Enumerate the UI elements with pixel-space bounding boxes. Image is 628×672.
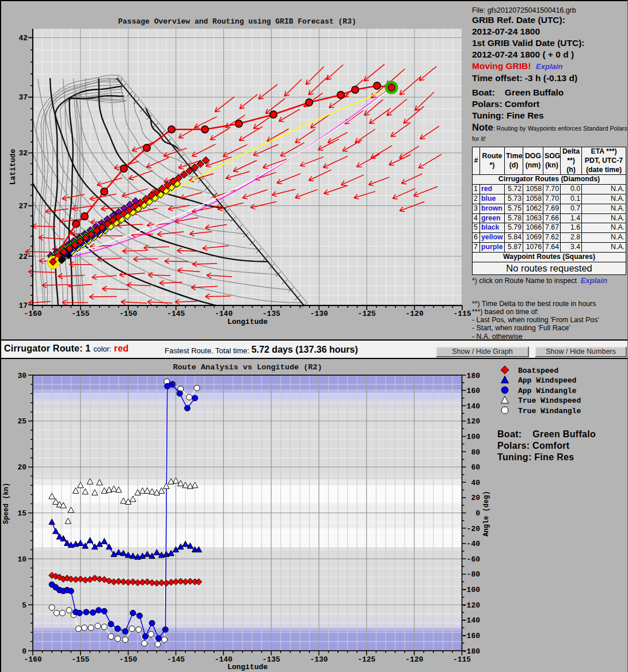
svg-text:-125: -125 [358,310,376,318]
svg-text:Route Analysis vs Longitude (R: Route Analysis vs Longitude (R2) [173,363,322,372]
svg-text:-140: -140 [215,310,233,318]
svg-text:-145: -145 [167,655,185,664]
svg-text:-135: -135 [262,310,280,318]
svg-text:160: 160 [467,387,481,395]
svg-text:-160: -160 [24,310,41,318]
svg-text:-150: -150 [119,655,137,664]
svg-text:-145: -145 [167,310,185,318]
svg-text:22: 22 [18,253,28,261]
svg-text:Angle (deg): Angle (deg) [482,491,490,536]
svg-text:-155: -155 [71,310,89,318]
svg-text:-180: -180 [462,647,480,656]
svg-text:180: 180 [467,372,481,380]
svg-text:-120: -120 [405,655,423,664]
svg-text:100: 100 [467,433,481,441]
svg-text:-115: -115 [453,310,471,318]
svg-text:0: 0 [22,647,26,656]
svg-text:-115: -115 [453,655,471,664]
svg-text:-120: -120 [462,601,480,610]
svg-text:-120: -120 [405,310,423,318]
svg-text:20: 20 [17,463,26,472]
svg-text:27: 27 [18,202,28,211]
svg-text:40: 40 [471,479,480,487]
svg-text:Latitude: Latitude [9,149,17,185]
svg-text:32: 32 [18,149,28,158]
svg-text:-160: -160 [24,655,41,664]
svg-text:37: 37 [18,93,28,102]
svg-text:Boatspeed: Boatspeed [518,366,558,375]
svg-text:120: 120 [467,417,481,426]
svg-text:True Windangle: True Windangle [518,407,581,415]
svg-text:5: 5 [22,601,26,610]
svg-text:-20: -20 [467,525,481,533]
svg-text:80: 80 [471,448,480,457]
svg-text:-130: -130 [310,655,328,664]
svg-text:42: 42 [18,34,28,43]
svg-text:10: 10 [17,555,26,564]
svg-text:140: 140 [467,402,481,411]
svg-text:-160: -160 [462,632,480,640]
svg-text:Passage Overview and Routing u: Passage Overview and Routing using GRIB … [118,17,356,26]
svg-text:Longitude: Longitude [227,663,268,671]
svg-text:Longitude: Longitude [227,318,268,326]
svg-text:App Windspeed: App Windspeed [518,376,576,385]
svg-text:-140: -140 [462,616,480,625]
svg-text:-155: -155 [71,655,89,664]
svg-text:0: 0 [475,509,480,518]
svg-text:25: 25 [17,417,26,426]
svg-text:15: 15 [17,509,26,518]
svg-text:20: 20 [471,494,480,502]
svg-text:App Windangle: App Windangle [518,387,577,395]
svg-text:-40: -40 [467,540,481,548]
svg-text:-80: -80 [467,570,481,579]
svg-text:Speed (kn): Speed (kn) [2,483,10,524]
svg-text:-150: -150 [119,310,137,318]
svg-text:-125: -125 [357,655,375,664]
svg-text:30: 30 [17,372,26,380]
svg-text:-60: -60 [467,555,481,564]
svg-text:-100: -100 [462,586,480,594]
svg-text:-130: -130 [310,310,328,318]
svg-text:True Windspeed: True Windspeed [518,396,581,405]
svg-text:17: 17 [18,301,28,310]
svg-text:60: 60 [471,463,480,472]
